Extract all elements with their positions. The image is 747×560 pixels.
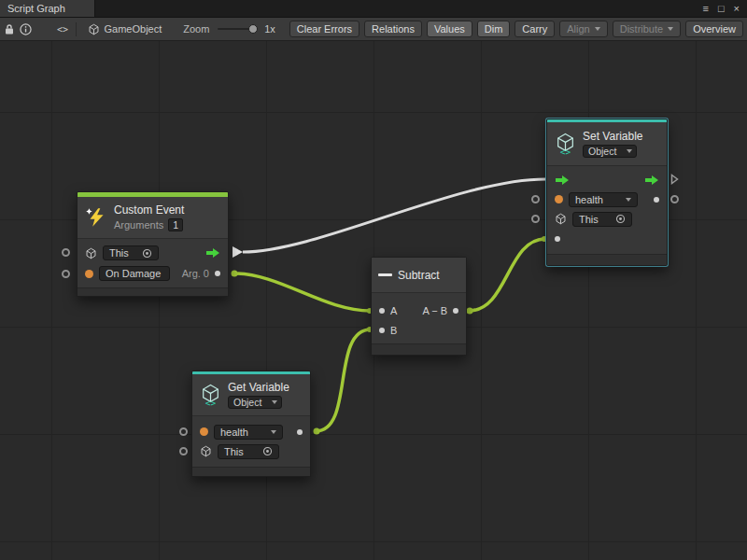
- graph-canvas[interactable]: Custom Event Arguments 1 This: [0, 41, 747, 560]
- variable-scope-dropdown[interactable]: Object: [228, 396, 282, 409]
- target-row: This: [78, 243, 228, 263]
- graph-target-gameobject[interactable]: GameObject: [84, 22, 166, 36]
- dim-button[interactable]: Dim: [477, 21, 511, 37]
- node-footer: [372, 343, 466, 355]
- variable-name-port[interactable]: [200, 427, 208, 436]
- event-name-port[interactable]: [85, 270, 93, 278]
- input-b-label: B: [390, 325, 397, 336]
- carry-button[interactable]: Carry: [514, 21, 555, 37]
- output-value-port[interactable]: [297, 429, 303, 435]
- graph-toolbar: <> GameObject Zoom 1x Clear Errors Relat…: [0, 18, 747, 41]
- chevron-down-icon: [271, 430, 276, 434]
- output-label: A − B: [422, 305, 447, 316]
- port-setvariable-flow-output[interactable]: [670, 174, 679, 185]
- port-setvariable-target-input[interactable]: [531, 215, 540, 223]
- titlebar: Script Graph ≡ □ ×: [0, 0, 747, 18]
- arg-output-port[interactable]: [215, 271, 220, 276]
- chevron-down-icon: [668, 27, 673, 31]
- distribute-button: Distribute: [613, 21, 681, 37]
- zoom-value: 1x: [264, 23, 275, 35]
- target-value: This: [224, 446, 244, 457]
- input-a-port[interactable]: [379, 308, 385, 314]
- variable-name-dropdown[interactable]: health: [214, 425, 283, 440]
- scope-value: Object: [233, 397, 261, 408]
- variable-name-row: health: [192, 422, 310, 441]
- output-port[interactable]: [453, 308, 458, 314]
- panel-menu-icon[interactable]: ≡: [702, 4, 708, 14]
- flow-wire-start-arrow-icon: [233, 246, 243, 258]
- chevron-down-icon: [595, 27, 600, 31]
- script-graph-window: Script Graph ≡ □ × <> GameObject Zoom 1x…: [0, 0, 747, 560]
- overview-button[interactable]: Overview: [685, 21, 743, 37]
- node-subtract[interactable]: Subtract A A − B B: [371, 257, 467, 356]
- output-value-port[interactable]: [654, 197, 659, 203]
- variable-name-port[interactable]: [555, 195, 563, 203]
- zoom-slider-handle[interactable]: [248, 24, 258, 34]
- port-customevent-target-input[interactable]: [62, 248, 70, 257]
- node-custom-event[interactable]: Custom Event Arguments 1 This: [77, 191, 229, 297]
- value-input-port[interactable]: [555, 236, 560, 242]
- input-a-label: A: [390, 305, 397, 316]
- object-picker-icon[interactable]: [615, 214, 626, 224]
- subtract-icon: [378, 273, 392, 276]
- port-setvariable-name-input[interactable]: [531, 195, 540, 203]
- variable-name-row: health: [547, 189, 667, 209]
- node-title: Subtract: [398, 269, 440, 282]
- wire-arg0-to-subtract-a: [234, 273, 371, 311]
- flow-output-arrow-icon[interactable]: [205, 247, 220, 259]
- wire-flow-customevent-to-setvariable: [243, 179, 545, 252]
- align-label: Align: [567, 23, 589, 35]
- values-button[interactable]: Values: [427, 21, 472, 37]
- target-value: This: [109, 247, 129, 259]
- target-object-field[interactable]: This: [218, 444, 279, 459]
- target-object-field[interactable]: This: [572, 212, 632, 227]
- relations-button[interactable]: Relations: [364, 21, 422, 37]
- close-icon[interactable]: ×: [734, 4, 740, 14]
- variable-name-dropdown[interactable]: health: [569, 192, 638, 207]
- node-footer: [192, 467, 310, 476]
- lock-icon[interactable]: [4, 21, 15, 37]
- event-name-value: On Damage: [106, 268, 161, 279]
- maximize-icon[interactable]: □: [718, 4, 725, 14]
- event-row: On Damage Arg. 0: [78, 263, 228, 284]
- gameobject-icon: [85, 247, 97, 259]
- variable-name-value: health: [220, 427, 248, 438]
- zoom-slider[interactable]: [218, 28, 256, 30]
- tab-script-graph[interactable]: Script Graph: [0, 0, 95, 17]
- input-b-port[interactable]: [379, 328, 385, 333]
- port-getvariable-name-input[interactable]: [179, 427, 188, 436]
- gameobject-icon: [200, 445, 212, 457]
- input-b-row: B: [372, 320, 466, 340]
- variable-icon: <>: [199, 384, 222, 407]
- flow-output-arrow-icon[interactable]: [644, 175, 659, 186]
- variable-scope-dropdown[interactable]: Object: [583, 145, 637, 158]
- code-view-icon[interactable]: <>: [57, 21, 68, 37]
- value-input-row: [547, 229, 667, 248]
- svg-text:<>: <>: [205, 397, 217, 406]
- flow-row: [547, 170, 667, 189]
- target-value: This: [579, 214, 599, 225]
- align-button: Align: [559, 21, 607, 37]
- port-setvariable-value-output[interactable]: [670, 195, 679, 203]
- target-object-field[interactable]: This: [103, 245, 159, 260]
- node-title: Get Variable: [228, 381, 289, 394]
- custom-event-icon: [84, 205, 108, 230]
- port-getvariable-target-input[interactable]: [179, 447, 188, 455]
- svg-text:<>: <>: [560, 146, 571, 155]
- object-picker-icon[interactable]: [262, 446, 273, 456]
- arguments-input[interactable]: 1: [168, 218, 183, 231]
- object-picker-icon[interactable]: [142, 248, 152, 259]
- node-footer: [547, 254, 667, 265]
- chevron-down-icon: [272, 400, 277, 404]
- node-get-variable[interactable]: <> Get Variable Object health: [191, 371, 311, 477]
- flow-input-arrow-icon[interactable]: [555, 175, 570, 186]
- port-customevent-name-input[interactable]: [62, 270, 70, 278]
- wire-getvariable-to-subtract-b: [316, 329, 371, 431]
- node-set-variable[interactable]: <> Set Variable Object: [546, 119, 668, 266]
- event-name-field[interactable]: On Damage: [99, 266, 170, 281]
- clear-errors-button[interactable]: Clear Errors: [289, 21, 359, 37]
- chevron-down-icon: [626, 198, 631, 202]
- info-icon[interactable]: [20, 21, 32, 37]
- variable-name-value: health: [575, 194, 603, 205]
- zoom-label: Zoom: [183, 23, 209, 35]
